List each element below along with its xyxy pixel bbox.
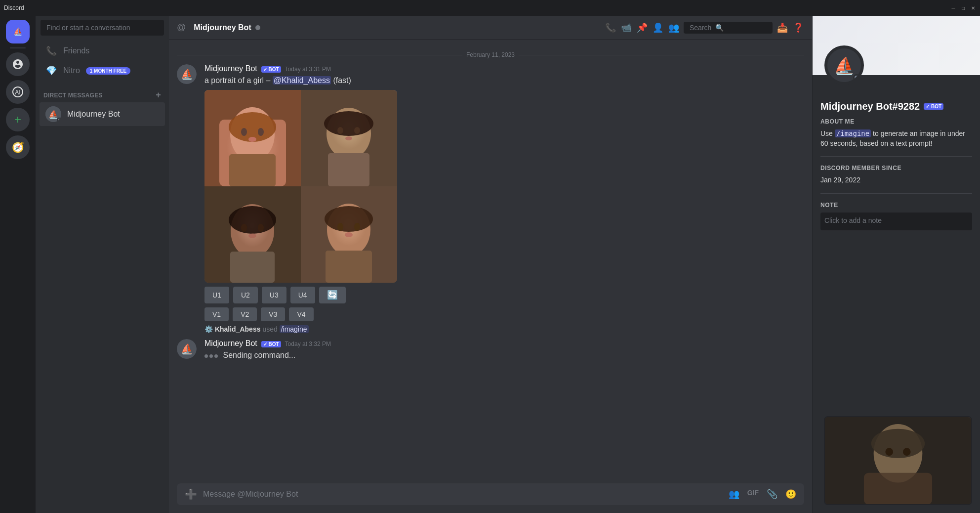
message-input-plus-icon[interactable]: ➕ [185, 488, 197, 500]
portrait-image-1[interactable] [204, 90, 301, 186]
call-button[interactable]: 📞 [605, 22, 616, 34]
maximize-button[interactable]: □ [960, 5, 966, 11]
message-text-2: Sending command... [204, 350, 804, 361]
sticker-button[interactable]: 📎 [767, 489, 777, 500]
profile-name-row: Midjourney Bot#9282 ✓ BOT [820, 101, 972, 112]
v4-button[interactable]: V4 [289, 307, 313, 321]
titlebar-controls[interactable]: ─ □ ✕ [950, 5, 976, 11]
portrait-image-2[interactable] [301, 90, 397, 186]
v2-button[interactable]: V2 [233, 307, 257, 321]
main-content: @ Midjourney Bot 📞 📹 📌 👤 👥 Search 🔍 📥 ❓ [169, 16, 812, 513]
note-field[interactable]: Click to add a note [820, 213, 972, 230]
message-avatar-1: ⛵ [177, 64, 197, 84]
portrait-image-4[interactable] [301, 186, 397, 283]
explore-servers-button[interactable]: 🧭 [6, 135, 30, 159]
video-button[interactable]: 📹 [620, 22, 632, 34]
svg-rect-22 [328, 153, 369, 186]
svg-rect-36 [326, 251, 372, 283]
profile-discriminator: #9282 [893, 101, 920, 112]
about-me-text: Use /imagine to generate an image in und… [820, 129, 972, 148]
message-group-2: ⛵ Midjourney Bot ✓ BOT Today at 3:32 PM [169, 337, 812, 363]
refresh-button[interactable]: 🔄 [319, 287, 346, 303]
system-msg-command[interactable]: /imagine [280, 325, 309, 333]
svg-point-25 [229, 206, 276, 234]
date-divider: February 11, 2023 [169, 47, 812, 62]
close-button[interactable]: ✕ [970, 5, 976, 11]
messages-area[interactable]: February 11, 2023 ⛵ Midjourney Bot ✓ BOT… [169, 40, 812, 483]
svg-point-21 [345, 136, 352, 140]
dot-3 [214, 354, 218, 358]
message-username-1: Midjourney Bot [204, 64, 257, 73]
date-divider-text: February 11, 2023 [466, 51, 515, 58]
friends-label: Friends [63, 46, 89, 55]
profile-bot-badge: ✓ BOT [924, 103, 943, 110]
emoji-button[interactable]: 👥 [729, 489, 739, 500]
svg-point-45 [885, 448, 893, 456]
server-2-icon[interactable]: AI [6, 80, 30, 104]
system-msg-user: Khalid_Abess [215, 325, 261, 333]
message-username-2: Midjourney Bot [204, 339, 257, 348]
help-button[interactable]: ❓ [792, 22, 804, 34]
emoji-smile-button[interactable]: 🙂 [785, 489, 796, 500]
header-actions: 📞 📹 📌 👤 👥 Search 🔍 📥 ❓ [605, 22, 804, 34]
video-overlay [824, 416, 972, 505]
sidebar-item-friends[interactable]: 📞 Friends [40, 42, 165, 60]
channel-bot-icon: @ [177, 22, 186, 33]
system-message: ⚙️ Khalid_Abess used /imagine [169, 323, 812, 335]
note-title: NOTE [820, 202, 972, 209]
image-grid[interactable] [204, 90, 397, 283]
svg-point-28 [248, 234, 256, 238]
dm-search-bar[interactable]: Find or start a conversation [41, 20, 164, 36]
server-1-icon[interactable] [6, 52, 30, 76]
msg-mention[interactable]: @Khalid_Abess [273, 76, 331, 85]
about-me-command: /imagine [835, 129, 871, 137]
status-indicator [57, 118, 61, 122]
sending-dots [204, 354, 218, 358]
u2-button[interactable]: U2 [233, 287, 258, 303]
titlebar-title: Discord [4, 4, 24, 11]
sidebar-item-nitro[interactable]: 💎 Nitro 1 MONTH FREE [40, 61, 165, 80]
channel-search-bar[interactable]: Search 🔍 [684, 22, 773, 34]
pin-button[interactable]: 📌 [636, 22, 648, 34]
profile-avatar-wrap: ⛵ [824, 45, 864, 85]
discord-home-icon[interactable]: ⛵ [6, 20, 30, 43]
inbox-button[interactable]: 📥 [776, 22, 788, 34]
action-buttons-row-2: V1 V2 V3 V4 [204, 307, 804, 321]
u1-button[interactable]: U1 [204, 287, 229, 303]
message-text-1: a portrait of a girl – @Khalid_Abess (fa… [204, 75, 804, 86]
svg-text:⛵: ⛵ [13, 27, 23, 36]
add-server-button[interactable]: + [6, 108, 30, 131]
u3-button[interactable]: U3 [262, 287, 286, 303]
titlebar: Discord ─ □ ✕ [0, 0, 980, 16]
dm-name-midjourney: Midjourney Bot [67, 110, 120, 119]
note-section: NOTE Click to add a note [820, 202, 972, 238]
channel-name-text: Midjourney Bot [194, 23, 251, 32]
bot-badge-1: ✓ BOT [261, 66, 281, 73]
u4-button[interactable]: U4 [290, 287, 315, 303]
svg-rect-15 [229, 154, 276, 186]
gif-button[interactable]: GIF [747, 489, 759, 500]
message-timestamp-2: Today at 3:32 PM [285, 341, 331, 347]
dm-section-header: DIRECT MESSAGES + [36, 82, 169, 102]
svg-point-33 [337, 223, 343, 231]
portrait-image-3[interactable] [204, 186, 301, 283]
sidebar: Find or start a conversation 📞 Friends 💎… [36, 16, 169, 513]
svg-point-14 [248, 137, 256, 142]
message-avatar-2: ⛵ [177, 339, 197, 359]
add-member-button[interactable]: 👤 [652, 22, 664, 34]
message-input-wrap[interactable]: ➕ Message @Midjourney Bot 👥 GIF 📎 🙂 [177, 483, 804, 505]
v1-button[interactable]: V1 [204, 307, 229, 321]
about-me-prefix: Use [820, 129, 835, 137]
v3-button[interactable]: V3 [261, 307, 285, 321]
message-input-placeholder[interactable]: Message @Midjourney Bot [203, 490, 729, 499]
members-button[interactable]: 👥 [668, 22, 680, 34]
minimize-button[interactable]: ─ [950, 5, 956, 11]
friends-icon: 📞 [45, 45, 57, 56]
svg-point-20 [354, 127, 360, 134]
nitro-badge: 1 MONTH FREE [86, 67, 130, 75]
dm-add-button[interactable]: + [156, 90, 161, 100]
dm-item-midjourney-bot[interactable]: ⛵ Midjourney Bot [40, 102, 165, 126]
svg-point-27 [258, 224, 264, 232]
dm-section-label: DIRECT MESSAGES [43, 92, 103, 99]
dot-2 [209, 354, 213, 358]
